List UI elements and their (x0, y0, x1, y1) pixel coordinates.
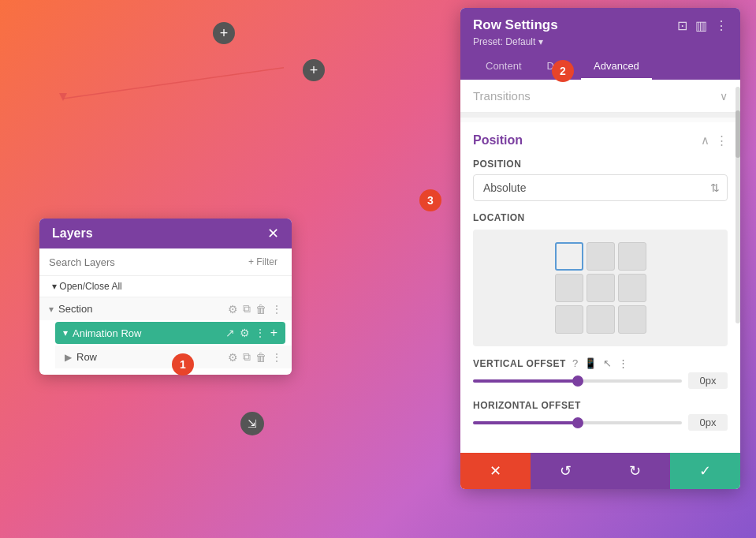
layers-header: Layers ✕ (39, 219, 292, 248)
rs-scrollbar-thumb[interactable] (736, 110, 740, 158)
rs-header-top: Row Settings ⊡ ▥ ⋮ (473, 17, 728, 33)
layer-more-icon[interactable]: ⋮ (271, 303, 282, 316)
layer-settings-icon[interactable]: ⚙ (228, 303, 238, 316)
rs-position-section: Position ∧ ⋮ Position Absolute Relative … (460, 122, 740, 453)
badge-1: 1 (172, 353, 194, 375)
rs-position-title: Position (473, 133, 523, 148)
rs-horizontal-slider-row: 0px (473, 414, 728, 431)
rs-vertical-offset-row: Vertical Offset ? 📱 ↖ ⋮ (473, 357, 728, 369)
row-settings-panel: Row Settings ⊡ ▥ ⋮ Preset: Default ▾ Con… (460, 8, 740, 489)
layer-animation-chevron[interactable]: ▾ (63, 327, 68, 338)
canvas-add-mid-button[interactable]: + (303, 59, 325, 81)
rs-location-grid-container (473, 230, 728, 346)
rs-horizontal-offset-row: Horizontal Offset (473, 400, 728, 411)
rs-vertical-slider-row: 0px (473, 372, 728, 389)
rs-transitions-label: Transitions (473, 89, 531, 103)
rs-body: Transitions ∨ Position ∧ ⋮ Position Abso… (460, 80, 740, 453)
rs-position-more-icon[interactable]: ⋮ (716, 133, 728, 148)
badge-2: 2 (552, 60, 574, 82)
loc-cell-top-right[interactable] (618, 242, 646, 271)
layers-panel: Layers ✕ + Filter ▾ Open/Close All ▾ Sec… (39, 219, 292, 375)
badge-3: 3 (419, 189, 441, 211)
loc-cell-bot-mid[interactable] (587, 305, 615, 334)
rs-position-field-label: Position (473, 159, 728, 170)
loc-cell-mid-right[interactable] (618, 274, 646, 302)
layers-search-input[interactable] (49, 256, 237, 268)
layer-row-more-icon[interactable]: ⋮ (271, 351, 282, 364)
rs-undo-button[interactable]: ↺ (531, 453, 601, 489)
rs-split-icon[interactable]: ▥ (695, 18, 707, 33)
loc-cell-mid-mid[interactable] (587, 274, 615, 302)
loc-cell-bot-left[interactable] (555, 305, 583, 334)
rs-tabs: Content De... Advanced (473, 54, 728, 80)
rs-vertical-offset-label: Vertical Offset (473, 358, 566, 369)
loc-cell-top-left[interactable] (555, 242, 583, 271)
rs-location-grid (555, 242, 646, 334)
rs-header-icons: ⊡ ▥ ⋮ (677, 18, 728, 33)
rs-position-icons: ∧ ⋮ (701, 133, 728, 148)
loc-cell-top-mid[interactable] (587, 242, 615, 271)
loc-cell-mid-left[interactable] (555, 274, 583, 302)
rs-horizontal-slider-thumb[interactable] (572, 417, 583, 428)
layer-row-settings-icon[interactable]: ⚙ (228, 351, 238, 364)
layer-delete-icon[interactable]: 🗑 (255, 303, 266, 316)
layer-section-chevron[interactable]: ▾ (49, 304, 54, 315)
rs-vertical-offset-value[interactable]: 0px (688, 372, 728, 389)
layer-animation-row-item: ▾ Animation Row ↗ ⚙ ⋮ + (55, 322, 285, 344)
rs-horizontal-slider-track[interactable] (473, 421, 682, 424)
rs-header: Row Settings ⊡ ▥ ⋮ Preset: Default ▾ Con… (460, 8, 740, 80)
rs-transitions-chevron[interactable]: ∨ (720, 90, 728, 103)
loc-cell-bot-right[interactable] (618, 305, 646, 334)
rs-vertical-help-icon[interactable]: ? (572, 357, 578, 369)
rs-location-label: Location (473, 212, 728, 223)
rs-transitions-section: Transitions ∨ (460, 80, 740, 113)
rs-vertical-phone-icon[interactable]: 📱 (584, 357, 597, 369)
rs-horizontal-offset-label: Horizontal Offset (473, 400, 581, 411)
rs-vertical-cursor-icon[interactable]: ↖ (603, 357, 612, 369)
rs-more-icon[interactable]: ⋮ (715, 18, 728, 33)
tab-advanced[interactable]: Advanced (581, 54, 652, 80)
layer-section-label: Section (58, 303, 223, 315)
layer-anim-add-icon[interactable]: + (270, 326, 277, 340)
rs-horizontal-offset-value[interactable]: 0px (688, 414, 728, 431)
rs-position-select[interactable]: Absolute Relative Fixed Static (473, 174, 728, 201)
rs-vertical-slider-track[interactable] (473, 379, 682, 383)
rs-title: Row Settings (473, 17, 558, 33)
rs-footer: ✕ ↺ ↻ ✓ (460, 453, 740, 489)
layer-anim-more-icon[interactable]: ⋮ (255, 327, 266, 339)
rs-position-select-wrapper: Absolute Relative Fixed Static ⇅ (473, 174, 728, 201)
rs-position-collapse-icon[interactable]: ∧ (701, 133, 709, 148)
drag-handle[interactable]: ⇲ (240, 412, 264, 435)
layer-anim-settings-icon[interactable]: ⚙ (240, 327, 250, 339)
layer-duplicate-icon[interactable]: ⧉ (243, 302, 251, 316)
layers-filter-button[interactable]: + Filter (244, 255, 282, 269)
layer-anim-move-icon[interactable]: ↗ (225, 327, 235, 339)
layer-animation-row-label: Animation Row (73, 327, 221, 339)
layer-row-chevron[interactable]: ▶ (65, 352, 72, 363)
layer-row-duplicate-icon[interactable]: ⧉ (243, 350, 251, 364)
layers-open-close-all[interactable]: ▾ Open/Close All (39, 276, 292, 297)
layer-row-delete-icon[interactable]: 🗑 (255, 351, 266, 364)
rs-vertical-more-icon[interactable]: ⋮ (618, 357, 628, 369)
layers-close-button[interactable]: ✕ (267, 226, 279, 241)
rs-scrollbar[interactable] (736, 87, 740, 323)
layer-row-label: Row (76, 351, 223, 363)
rs-vertical-slider-thumb[interactable] (572, 375, 583, 387)
rs-confirm-button[interactable]: ✓ (670, 453, 740, 489)
rs-position-header: Position ∧ ⋮ (473, 133, 728, 148)
rs-cancel-button[interactable]: ✕ (460, 453, 531, 489)
tab-content[interactable]: Content (473, 54, 534, 80)
section-divider (460, 113, 740, 118)
rs-redo-button[interactable]: ↻ (601, 453, 671, 489)
rs-preset[interactable]: Preset: Default ▾ (473, 36, 728, 47)
layers-title: Layers (52, 226, 93, 241)
rs-expand-icon[interactable]: ⊡ (677, 18, 687, 33)
layer-section-item: ▾ Section ⚙ ⧉ 🗑 ⋮ (39, 297, 292, 320)
layers-search-bar: + Filter (39, 248, 292, 276)
canvas-add-top-button[interactable]: + (213, 22, 235, 44)
